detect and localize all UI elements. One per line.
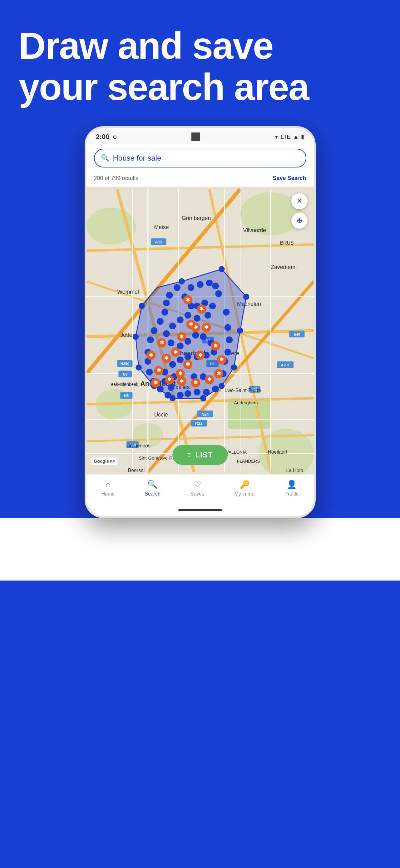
google-logo: Google RP (92, 458, 118, 465)
svg-point-115 (157, 318, 164, 325)
svg-point-88 (135, 364, 142, 371)
svg-text:✱: ✱ (186, 297, 190, 303)
svg-point-105 (184, 390, 191, 397)
svg-text:FLANDERS: FLANDERS (237, 459, 260, 464)
svg-point-107 (164, 392, 171, 399)
search-icon: 🔍 (101, 154, 109, 162)
svg-point-82 (237, 328, 243, 334)
list-view-button[interactable]: ≡ LIST (172, 445, 228, 465)
svg-text:N24: N24 (201, 412, 209, 416)
svg-text:✱: ✱ (186, 362, 190, 367)
svg-point-131 (167, 340, 174, 346)
svg-point-117 (163, 300, 170, 307)
search-bar-area: 🔍 House for sale (87, 144, 314, 173)
nav-my-immo[interactable]: 🔑 My immo (234, 479, 255, 497)
svg-point-128 (177, 316, 184, 323)
svg-text:Molenbeek: Molenbeek (117, 382, 138, 387)
list-icon: ≡ (187, 451, 192, 459)
status-bar: 2:00 ⊙ ▾ LTE ▲ ▮ (87, 128, 314, 144)
svg-text:Jette: Jette (120, 332, 132, 338)
google-suffix: RP (110, 460, 115, 463)
svg-point-110 (146, 369, 153, 376)
svg-text:uwe-Saint-Pierre: uwe-Saint-Pierre (225, 388, 261, 393)
nav-search-label: Search (144, 491, 161, 497)
svg-text:Drogenbos: Drogenbos (126, 443, 150, 448)
svg-point-125 (204, 312, 211, 319)
svg-point-92 (197, 281, 204, 288)
svg-point-98 (226, 337, 233, 343)
network-label: LTE (280, 134, 291, 140)
svg-point-83 (231, 364, 237, 371)
svg-text:✱: ✱ (198, 352, 202, 358)
profile-icon: 👤 (287, 479, 297, 489)
nav-saves[interactable]: ♡ Saves (191, 479, 204, 497)
svg-point-91 (187, 284, 194, 291)
svg-text:R22: R22 (195, 421, 202, 426)
svg-text:✱: ✱ (216, 371, 221, 376)
svg-text:Vilvoorde: Vilvoorde (243, 227, 266, 234)
svg-text:A12: A12 (155, 240, 162, 244)
svg-text:✱: ✱ (160, 340, 164, 345)
svg-text:Meise: Meise (154, 224, 169, 230)
map-location-button[interactable]: ⊕ (291, 213, 307, 229)
svg-point-134 (192, 332, 199, 339)
svg-text:✱: ✱ (200, 306, 204, 312)
phone-wrapper: 2:00 ⊙ ▾ LTE ▲ ▮ 🔍 House for sale 200 of… (0, 120, 400, 518)
hero-section: Draw and save your search area (0, 0, 400, 120)
nav-home[interactable]: ⌂ Home (101, 479, 114, 497)
map-close-button[interactable]: ✕ (291, 193, 307, 209)
svg-text:E40: E40 (294, 332, 300, 337)
home-indicator-bar (178, 509, 222, 511)
svg-point-118 (166, 292, 173, 299)
svg-point-129 (169, 322, 176, 329)
svg-text:✱: ✱ (164, 355, 169, 361)
svg-text:✱: ✱ (207, 377, 212, 382)
svg-point-116 (161, 309, 168, 316)
svg-point-103 (203, 389, 209, 396)
hero-title: Draw and save your search area (19, 25, 381, 107)
search-input-container[interactable]: 🔍 House for sale (94, 149, 306, 167)
nav-search[interactable]: 🔍 Search (144, 479, 161, 497)
close-icon: ✕ (297, 197, 302, 205)
svg-point-142 (169, 361, 176, 368)
svg-text:✱: ✱ (167, 377, 172, 382)
svg-point-90 (139, 303, 145, 309)
svg-text:✱: ✱ (193, 380, 198, 385)
svg-text:Uccle: Uccle (154, 411, 168, 418)
google-label: Google (94, 459, 109, 464)
svg-point-89 (132, 334, 139, 340)
signal-icon: ▲ (293, 134, 299, 140)
saves-icon: ♡ (194, 479, 201, 489)
status-icons: ▾ LTE ▲ ▮ (275, 133, 304, 140)
svg-text:N8: N8 (123, 372, 128, 376)
home-icon: ⌂ (105, 479, 110, 489)
search-nav-icon: 🔍 (147, 479, 157, 489)
wifi-icon: ▾ (275, 133, 278, 140)
svg-point-97 (224, 324, 231, 331)
status-time: 2:00 (96, 133, 110, 141)
map-area: A12 N24 R22 N5 N6 N8 N290 N2 N1 E40 (87, 187, 314, 474)
svg-text:✱: ✱ (189, 321, 193, 327)
nav-saves-label: Saves (191, 491, 204, 497)
search-input-value[interactable]: House for sale (113, 154, 161, 162)
camera-notch (191, 132, 200, 141)
status-icon: ⊙ (113, 134, 117, 140)
nav-profile[interactable]: 👤 Profile (285, 479, 299, 497)
svg-text:La Hulp: La Hulp (286, 468, 303, 473)
svg-text:Auderghem: Auderghem (234, 400, 258, 405)
svg-text:Zaventem: Zaventem (271, 264, 295, 270)
bottom-section (0, 518, 400, 581)
svg-point-85 (200, 395, 206, 402)
svg-text:✱: ✱ (149, 352, 153, 358)
svg-point-79 (178, 278, 185, 285)
svg-point-124 (209, 303, 216, 309)
save-search-button[interactable]: Save Search (273, 175, 306, 182)
map-svg: A12 N24 R22 N5 N6 N8 N290 N2 N1 E40 (87, 187, 314, 474)
svg-point-102 (212, 385, 219, 393)
svg-point-141 (177, 356, 184, 363)
svg-point-106 (177, 392, 184, 399)
svg-point-93 (206, 280, 213, 286)
svg-text:✱: ✱ (179, 378, 184, 384)
svg-text:✱: ✱ (204, 324, 209, 330)
svg-text:WALLONIA: WALLONIA (225, 450, 247, 455)
